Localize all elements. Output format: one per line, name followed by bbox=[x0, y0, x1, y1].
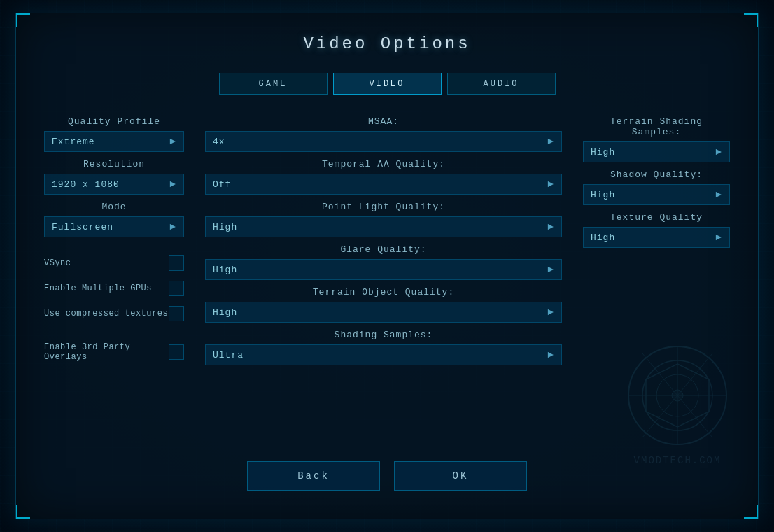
third-party-checkbox[interactable] bbox=[169, 344, 184, 360]
corner-decoration-tl bbox=[16, 13, 30, 27]
shading-samples-value: Ultra bbox=[213, 350, 244, 360]
terrain-obj-arrow: ► bbox=[548, 307, 554, 318]
multiple-gpus-label: Enable Multiple GPUs bbox=[44, 284, 152, 293]
corner-decoration-bl bbox=[16, 505, 30, 519]
shadow-quality-label: Shadow Quality: bbox=[583, 169, 730, 180]
right-column: Terrain Shading Samples: High ► Shadow Q… bbox=[583, 116, 730, 255]
terrain-shading-arrow: ► bbox=[716, 146, 722, 158]
tab-video[interactable]: VIDEO bbox=[333, 73, 442, 95]
terrain-obj-dropdown[interactable]: High ► bbox=[205, 302, 562, 323]
temporal-aa-arrow: ► bbox=[548, 178, 554, 190]
glare-arrow: ► bbox=[548, 264, 554, 275]
texture-quality-label: Texture Quality bbox=[583, 212, 730, 223]
mode-label: Mode bbox=[44, 202, 184, 212]
texture-quality-dropdown[interactable]: High ► bbox=[583, 227, 730, 248]
vsync-row: VSync bbox=[44, 255, 184, 271]
shading-samples-arrow: ► bbox=[548, 349, 554, 360]
compressed-textures-checkbox[interactable] bbox=[169, 306, 184, 321]
bottom-action-bar: Back OK bbox=[16, 461, 758, 491]
point-light-value: High bbox=[213, 222, 237, 232]
multiple-gpus-row: Enable Multiple GPUs bbox=[44, 281, 184, 296]
tab-audio[interactable]: AUDIO bbox=[447, 73, 556, 95]
quality-profile-arrow: ► bbox=[170, 136, 176, 147]
texture-quality-arrow: ► bbox=[716, 232, 722, 243]
back-button[interactable]: Back bbox=[247, 461, 380, 491]
page-title: Video Options bbox=[44, 34, 730, 53]
shadow-quality-dropdown[interactable]: High ► bbox=[583, 184, 730, 205]
resolution-label: Resolution bbox=[44, 159, 184, 169]
quality-profile-value: Extreme bbox=[52, 136, 95, 147]
shadow-quality-value: High bbox=[591, 190, 615, 200]
tab-bar: GAME VIDEO AUDIO bbox=[44, 73, 730, 95]
ok-button[interactable]: OK bbox=[394, 461, 527, 491]
msaa-dropdown[interactable]: 4x ► bbox=[205, 131, 562, 152]
mode-dropdown[interactable]: Fullscreen ► bbox=[44, 216, 184, 237]
shadow-quality-arrow: ► bbox=[716, 189, 722, 200]
quality-profile-dropdown[interactable]: Extreme ► bbox=[44, 131, 184, 152]
msaa-arrow: ► bbox=[548, 136, 554, 147]
third-party-label: Enable 3rd Party Overlays bbox=[44, 342, 169, 362]
texture-quality-value: High bbox=[591, 232, 615, 243]
quality-profile-label: Quality Profile bbox=[44, 116, 184, 127]
multiple-gpus-checkbox[interactable] bbox=[169, 281, 184, 296]
terrain-obj-label: Terrain Object Quality: bbox=[205, 287, 562, 298]
compressed-textures-row: Use compressed textures bbox=[44, 306, 184, 321]
left-column: Quality Profile Extreme ► Resolution 192… bbox=[44, 116, 184, 372]
compressed-textures-label: Use compressed textures bbox=[44, 309, 168, 318]
mode-value: Fullscreen bbox=[52, 222, 113, 232]
shading-samples-dropdown[interactable]: Ultra ► bbox=[205, 344, 562, 365]
mid-column: MSAA: 4x ► Temporal AA Quality: Off ► Po… bbox=[205, 116, 562, 372]
terrain-obj-value: High bbox=[213, 307, 237, 318]
tab-game[interactable]: GAME bbox=[219, 73, 328, 95]
temporal-aa-label: Temporal AA Quality: bbox=[205, 159, 562, 169]
terrain-shading-value: High bbox=[591, 147, 615, 158]
msaa-value: 4x bbox=[213, 136, 225, 147]
glare-dropdown[interactable]: High ► bbox=[205, 259, 562, 280]
main-panel: Video Options GAME VIDEO AUDIO Quality P… bbox=[15, 13, 759, 519]
shading-samples-label: Shading Samples: bbox=[205, 330, 562, 340]
vsync-checkbox[interactable] bbox=[169, 255, 184, 271]
resolution-arrow: ► bbox=[170, 178, 176, 190]
temporal-aa-value: Off bbox=[213, 179, 231, 190]
resolution-dropdown[interactable]: 1920 x 1080 ► bbox=[44, 174, 184, 195]
resolution-value: 1920 x 1080 bbox=[52, 179, 120, 190]
point-light-arrow: ► bbox=[548, 221, 554, 232]
glare-value: High bbox=[213, 265, 237, 275]
temporal-aa-dropdown[interactable]: Off ► bbox=[205, 174, 562, 195]
third-party-row: Enable 3rd Party Overlays bbox=[44, 342, 184, 362]
msaa-label: MSAA: bbox=[205, 116, 562, 127]
terrain-shading-label: Terrain Shading Samples: bbox=[583, 116, 730, 137]
terrain-shading-dropdown[interactable]: High ► bbox=[583, 141, 730, 162]
glare-label: Glare Quality: bbox=[205, 244, 562, 255]
corner-decoration-br bbox=[744, 505, 758, 519]
point-light-dropdown[interactable]: High ► bbox=[205, 216, 562, 237]
point-light-label: Point Light Quality: bbox=[205, 202, 562, 212]
corner-decoration-tr bbox=[744, 13, 758, 27]
vsync-label: VSync bbox=[44, 258, 71, 268]
mode-arrow: ► bbox=[170, 221, 176, 232]
